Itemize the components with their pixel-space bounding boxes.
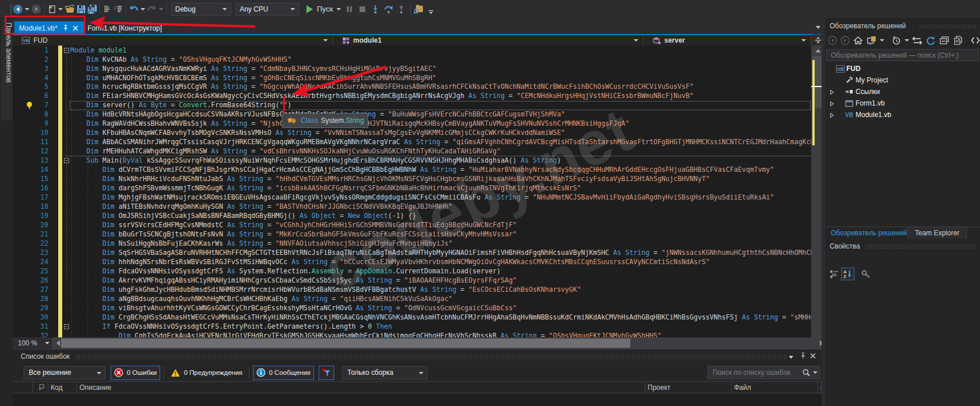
code-line-16[interactable]: Dim dargShFSBvmWssmmjTcNBhGugK As String… [70,184,811,193]
se-show-all-files-button[interactable] [951,34,964,47]
tab-team-explorer[interactable]: Team Explorer [907,227,967,239]
code-line-9[interactable]: Dim RagWAVdHCWssBHahvWNVBsSsjk As String… [70,119,811,129]
code-line-25[interactable]: Dim FdcaOVssNNHsivOSyssdgtCrFS As System… [70,267,811,276]
lightbulb-icon[interactable] [25,101,35,112]
solution-explorer-search-box[interactable]: Обозреватель решений — поиск (Ctrl+;) [826,49,979,61]
messages-filter-button[interactable]: 0 Сообщения [253,366,314,380]
fold-collapse-box[interactable] [64,48,69,53]
properties-grid[interactable] [825,282,980,406]
navigate-back-button[interactable] [12,2,24,16]
se-view-code-button[interactable] [969,34,980,47]
solution-explorer-titlebar[interactable]: Обозреватель решений [825,18,980,33]
code-line-23[interactable]: Dim SqSrHGSVBaSagASBruNVRHHtNCHhFFCMgSCT… [70,249,811,258]
warnings-filter-button[interactable]: 0 Предупреждения [168,366,245,380]
step-over-button[interactable] [383,2,394,16]
alphabetical-sort-button[interactable]: A Z [841,268,854,280]
code-line-24[interactable]: Dim hhhNdgNSrsNbrEsRsWBVvSBiRGJFvStMSiHW… [70,258,811,267]
se-switch-views-button[interactable] [865,34,879,47]
tree-item-module1-vb[interactable]: VBModule1.vb [825,109,980,121]
zoom-dropdown[interactable]: 100 % [13,337,52,349]
property-pages-button[interactable] [860,268,873,280]
toolbox-tab[interactable]: Панель элементов [1,19,13,121]
fold-collapse-box[interactable] [64,324,69,329]
code-line-1[interactable]: Module module1 [70,46,811,55]
se-back-button[interactable] [826,34,839,47]
code-line-28[interactable]: Dim aNgBBdsugcauqhsOuvhNKhhHgMCBrCsWHCHB… [70,295,811,304]
code-line-4[interactable]: Dim uMHACNOFhOTsgkMcHVBCBCBEmS As String… [70,74,811,83]
code-line-32[interactable]: Dim CqhTsSdgEckAuAsiHCVENcNJrGiVEHdBrvTE… [70,332,811,337]
member-dropdown[interactable]: server [644,35,811,46]
search-caret-icon[interactable] [813,371,818,374]
navigate-forward-button[interactable] [31,2,42,16]
tree-item-ссылки[interactable]: Ссылки [825,86,980,97]
scroll-up-arrow[interactable] [815,49,821,52]
se-forward-button[interactable] [839,34,852,47]
step-out-button[interactable] [397,2,406,16]
se-sync-button[interactable] [910,34,924,47]
code-line-11[interactable]: Dim ABbACsSMANihrJWMrqgCTssisCasqVJrjHRK… [70,138,811,147]
error-list-titlebar[interactable]: Список ошибок [13,349,822,364]
redo-button[interactable] [146,2,158,16]
code-line-17[interactable]: Dim MghjgFBshWatNMsujrackSROmsiEBGEuVHsA… [70,193,811,202]
code-line-20[interactable]: Dim ssrVSVcrsCEdHFMgCvsNMmdstC As String… [70,221,811,230]
expander-icon[interactable] [830,112,834,118]
tree-item-form1-vb[interactable]: Form1.vb [825,97,980,109]
code-line-12[interactable]: Dim rMEHHuhATCaWhgdMKCigMRshSW As String… [70,147,811,156]
tab-overflow-caret-icon[interactable] [816,26,820,29]
save-button[interactable] [76,2,86,16]
code-line-8[interactable]: Dim HdBcVRNtsHAgbOgsHcgaHCcdsuCSVNaAKRsr… [70,110,811,119]
code-text-area[interactable]: Module module1 Dim KvCNAb As String = "O… [70,46,811,337]
column-header-code[interactable]: Код [48,382,77,393]
pin-icon[interactable] [799,352,807,360]
close-tab-icon[interactable] [73,25,78,31]
expander-icon[interactable] [830,100,834,106]
column-header-description[interactable]: Описание [77,382,645,393]
project-dropdown[interactable]: VB FUD [13,35,333,46]
fold-collapse-box[interactable] [64,158,69,163]
code-editor[interactable]: 1234567891011121314151617181920212223242… [13,46,811,337]
toolbar-overflow-button[interactable] [428,7,434,17]
close-icon[interactable] [809,352,817,360]
format-selection-button[interactable]: 2 [113,2,124,16]
code-line-19[interactable]: Dim OmJSRSihjVSBcCuakjSaNBsBNFABamRBqdGB… [70,212,811,221]
platform-dropdown[interactable]: Any CPU [236,3,299,16]
code-line-27[interactable]: Dim uhgFskGhmJycHBHdubBmsdSdiNHMBSMrrNrc… [70,285,811,295]
filter-button[interactable] [319,366,334,380]
tab-solution-explorer[interactable]: Обозреватель решений [825,227,913,239]
format-document-button[interactable] [102,2,113,16]
code-line-13[interactable]: Sub Main(ByVal kSsAggcSSuvrqFhWaSOisssyN… [70,156,811,166]
se-pending-changes-button[interactable] [890,34,903,47]
code-line-2[interactable]: Dim KvCNAb As String = "OShsVHguqFKtJCNM… [70,55,811,65]
code-line-30[interactable]: Dim CrgBChgHSsSdAhasHtWEGCcVuMMsNsaCsTHr… [70,313,811,322]
break-all-button[interactable] [345,2,354,16]
build-filter-dropdown[interactable]: Только сборка [342,366,427,379]
code-line-18[interactable]: Dim aNiTEBsNvhdvrqMgOmhKuHySGN As String… [70,202,811,212]
code-line-6[interactable]: Dim FEiarSHNBVCMHgHamsGVcOcAsGsKWaNgycCy… [70,92,811,101]
categorized-button[interactable] [827,268,841,280]
code-line-21[interactable]: Dim bBuGrTsSCNCgBjtshONtsFsNvN As String… [70,230,811,239]
se-pending-caret-icon[interactable] [905,39,909,42]
expander-icon[interactable] [830,89,834,95]
type-dropdown[interactable]: module1 [333,35,644,46]
tab-form1-vb[interactable]: Form1.vb [Конструктор] [83,21,181,35]
stop-debugging-button[interactable] [358,2,366,16]
code-line-5[interactable]: Dim hcrucNgRBktbmGsssjqMsCCgVR As String… [70,82,811,92]
debug-configuration-dropdown[interactable]: Debug [171,3,231,16]
horizontal-scrollbar[interactable] [52,337,825,349]
undo-button[interactable] [128,2,139,16]
back-dropdown-caret[interactable] [25,8,29,10]
horizontal-scroll-thumb[interactable] [61,339,630,348]
code-line-22[interactable]: Dim NsSuiHggNsBbFujEaCKhKasrWs As String… [70,239,811,249]
open-file-button[interactable] [64,2,76,16]
window-position-caret-icon[interactable] [787,355,795,363]
code-line-31[interactable]: If FdcaOVssNNHsivOSyssdgtCrFS.EntryPoint… [70,322,811,332]
code-line-14[interactable]: Dim dCVrmTCBsSVvmiFCCSgNFjBhJsgrKhsCCajH… [70,166,811,175]
code-line-15[interactable]: Dim NskNhrHRHciVcduFNShNtuJabS As String… [70,175,811,184]
tree-item-my-project[interactable]: My Project [825,74,980,86]
tab-module1-vb[interactable]: Module1.vb* [14,21,85,35]
find-in-files-button[interactable] [413,2,425,16]
column-header-project[interactable]: Проект [645,382,732,393]
code-line-29[interactable]: Dim viBhsgtvAhurhhtKyVCsWNGsGOWCCyChrBCa… [70,304,811,313]
save-all-button[interactable] [86,2,98,16]
se-refresh-button[interactable] [924,34,937,47]
